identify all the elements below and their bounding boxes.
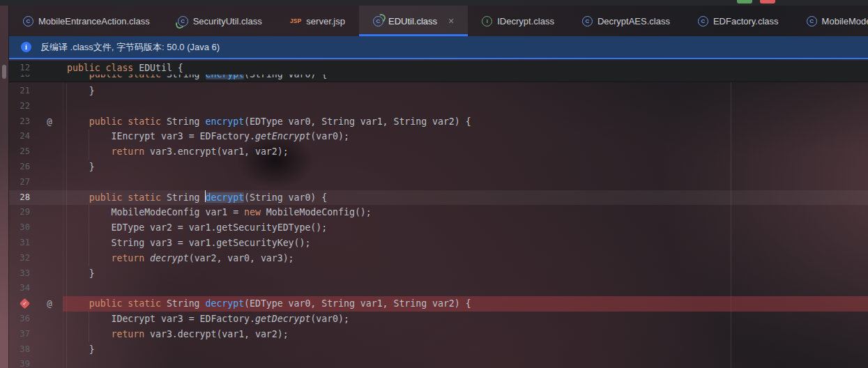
sticky-line-partial: 18 public static String encrypt(String v… xyxy=(9,75,868,82)
toolbar-edge xyxy=(0,0,868,6)
java-class-icon: C xyxy=(807,16,817,26)
modified-overlay-icon xyxy=(174,19,185,29)
run-button[interactable] xyxy=(737,0,752,3)
tab-server-jsp[interactable]: JSPserver.jsp xyxy=(276,6,359,36)
code-line: 18 public static String encrypt(String v… xyxy=(9,75,868,82)
line-number: 21 xyxy=(9,84,30,99)
line-number: 28 xyxy=(9,190,30,206)
tab-securityutil-class[interactable]: CSecurityUtil.class xyxy=(164,6,276,36)
decompiler-notification-banner: i 反编译 .class文件, 字节码版本: 50.0 (Java 6) xyxy=(9,36,868,59)
stop-button[interactable] xyxy=(760,0,775,3)
code-line: 12public class EDUtil { xyxy=(9,61,868,76)
code-text: IDecrypt var3 = EDFactory.getDecrypt(var… xyxy=(67,312,349,327)
code-text: } xyxy=(67,160,95,175)
code-line: 22 xyxy=(9,99,868,114)
code-line: 37 return var3.decrypt(var1, var2); xyxy=(9,327,868,342)
modified-overlay-icon xyxy=(376,13,386,23)
sticky-lines-panel[interactable]: 12public class EDUtil { 18 public static… xyxy=(9,61,868,82)
line-number: 29 xyxy=(9,205,30,220)
code-text: } xyxy=(67,84,95,99)
tab-label: EDFactory.class xyxy=(713,16,779,26)
code-text: public class EDUtil { xyxy=(67,61,183,76)
code-text: } xyxy=(67,342,95,358)
code-line: 30 EDType var2 = var1.getSecurityEDType(… xyxy=(9,220,868,236)
code-line: 31 String var3 = var1.getSecurityKey(); xyxy=(9,236,868,251)
code-text: return decrypt(var2, var0, var3); xyxy=(67,251,294,266)
tab-edutil-class[interactable]: CEDUtil.class× xyxy=(359,6,468,36)
java-interface-icon: I xyxy=(482,16,492,26)
code-text: } xyxy=(67,266,95,282)
code-line: 36 IDecrypt var3 = EDFactory.getDecrypt(… xyxy=(9,312,868,327)
close-icon[interactable]: × xyxy=(448,16,454,26)
line-number: 30 xyxy=(9,220,30,236)
tab-mobilemodeconfig[interactable]: CMobileModeConfig. xyxy=(793,6,868,36)
code-line: 21 } xyxy=(9,84,868,99)
tab-label: SecurityUtil.class xyxy=(193,16,262,26)
tab-edfactory-class[interactable]: CEDFactory.class xyxy=(684,6,793,36)
at-annotation-icon[interactable]: @ xyxy=(43,296,56,312)
code-text: return var3.encrypt(var1, var2); xyxy=(67,144,289,160)
line-number: 32 xyxy=(9,251,30,266)
left-tool-window-stripe xyxy=(0,6,9,368)
java-class-icon: C xyxy=(698,16,708,26)
code-line: 26 } xyxy=(9,160,868,175)
tab-label: MobileModeConfig. xyxy=(822,16,868,26)
code-lines: 21 }2223@ public static String encrypt(E… xyxy=(9,84,868,368)
code-line: 24 IEncrypt var3 = EDFactory.getEncrypt(… xyxy=(9,129,868,144)
code-text: public static String decrypt(EDType var0… xyxy=(67,296,471,312)
code-line: 27 xyxy=(9,175,868,190)
code-line: 23@ public static String encrypt(EDType … xyxy=(9,114,868,130)
code-text: public static String encrypt(EDType var0… xyxy=(67,114,471,130)
code-line: 34 xyxy=(9,281,868,296)
java-class-icon: C xyxy=(582,16,593,26)
tab-label: server.jsp xyxy=(306,16,345,26)
code-text: public static String encrypt(String var0… xyxy=(67,75,327,82)
java-class-icon: C xyxy=(178,16,188,26)
code-line: 38 } xyxy=(9,342,868,358)
code-line: 29 MobileModeConfig var1 = new MobileMod… xyxy=(9,205,868,220)
line-number: 23 xyxy=(9,114,30,130)
tab-mobileentranceaction-class[interactable]: CMobileEntranceAction.class xyxy=(9,6,164,36)
code-text: public static String decrypt(String var0… xyxy=(67,190,327,206)
code-line: 25 return var3.encrypt(var1, var2); xyxy=(9,144,868,160)
ide-window: CMobileEntranceAction.classCSecurityUtil… xyxy=(0,0,868,368)
jsp-file-icon: JSP xyxy=(290,17,302,24)
stripe-scrollbar-thumb[interactable] xyxy=(2,65,6,79)
code-line: 28 public static String decrypt(String v… xyxy=(9,190,868,206)
java-class-icon: C xyxy=(373,16,383,26)
banner-text: 反编译 .class文件, 字节码版本: 50.0 (Java 6) xyxy=(40,41,220,54)
tab-decryptaes-class[interactable]: CDecryptAES.class xyxy=(568,6,684,36)
tab-label: MobileEntranceAction.class xyxy=(38,16,150,26)
tab-label: DecryptAES.class xyxy=(597,16,670,26)
line-number: 12 xyxy=(9,61,30,76)
info-icon: i xyxy=(21,42,31,52)
tab-label: EDUtil.class xyxy=(388,16,437,26)
code-text: MobileModeConfig var1 = new MobileModeCo… xyxy=(67,205,372,220)
tab-bar: CMobileEntranceAction.classCSecurityUtil… xyxy=(9,6,868,36)
line-number: 37 xyxy=(9,327,30,342)
line-number: 33 xyxy=(9,266,30,282)
line-number: 26 xyxy=(9,160,30,175)
line-number: 27 xyxy=(9,175,30,190)
java-class-icon: C xyxy=(23,16,33,26)
code-text: return var3.decrypt(var1, var2); xyxy=(67,327,289,342)
tab-idecrypt-class[interactable]: IIDecrypt.class xyxy=(468,6,568,36)
breakpoint-icon[interactable] xyxy=(20,298,31,309)
line-number: 22 xyxy=(9,99,30,114)
line-number: 25 xyxy=(9,144,30,160)
line-number: 39 xyxy=(9,357,30,368)
code-text: EDType var2 = var1.getSecurityEDType(); xyxy=(67,220,327,236)
code-line: 33 } xyxy=(9,266,868,282)
line-number: 34 xyxy=(9,281,30,296)
code-text: String var3 = var1.getSecurityKey(); xyxy=(67,236,310,251)
line-number: 18 xyxy=(9,75,30,82)
code-editor[interactable]: 21 }2223@ public static String encrypt(E… xyxy=(9,61,868,368)
line-number: 31 xyxy=(9,236,30,251)
line-number: 24 xyxy=(9,129,30,144)
code-text: IEncrypt var3 = EDFactory.getEncrypt(var… xyxy=(67,129,349,144)
at-annotation-icon[interactable]: @ xyxy=(43,114,56,130)
code-line: 32 return decrypt(var2, var0, var3); xyxy=(9,251,868,266)
code-line: 39 xyxy=(9,357,868,368)
tab-label: IDecrypt.class xyxy=(497,16,554,26)
line-number: 36 xyxy=(9,312,30,327)
